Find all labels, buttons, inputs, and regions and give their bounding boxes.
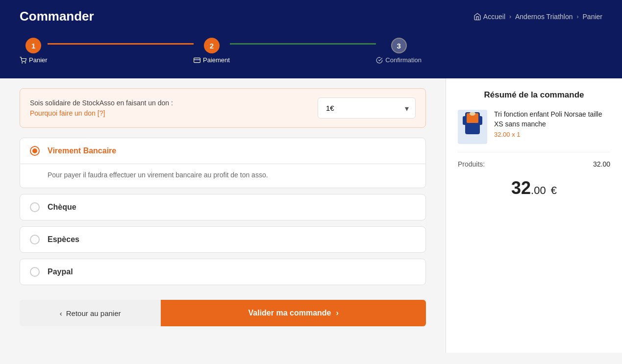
payment-option-paypal: Paypal	[20, 259, 426, 285]
home-icon	[473, 13, 481, 21]
donation-link-text[interactable]: Pourquoi faire un don	[30, 109, 96, 117]
step-3-circle: 3	[391, 38, 407, 53]
virement-label: Virement Bancaire	[48, 146, 116, 155]
page-title: Commander	[20, 9, 94, 24]
bottom-buttons: ‹ Retour au panier Valider ma commande ›	[20, 300, 426, 326]
main-layout: Sois solidaire de StockAsso en faisant u…	[0, 78, 622, 353]
step-2-number: 2	[210, 42, 214, 50]
breadcrumb: Accueil › Andernos Triathlon › Panier	[473, 13, 602, 21]
summary-title: Résumé de la commande	[458, 90, 610, 100]
subtotal-row: Produits: 32.00	[458, 160, 610, 168]
product-name: Tri fonction enfant Poli Norsae taille X…	[494, 110, 610, 129]
cheque-label: Chèque	[48, 203, 76, 212]
check-circle-icon	[376, 57, 383, 64]
donation-box: Sois solidaire de StockAsso en faisant u…	[20, 88, 426, 128]
total-display: 32.00 €	[458, 178, 610, 198]
breadcrumb-home: Accueil	[473, 13, 505, 21]
step-2: 2 Paiement	[194, 38, 230, 64]
breadcrumb-sep-1: ›	[509, 13, 511, 20]
total-currency: €	[551, 184, 557, 196]
donation-link-bracket[interactable]: [?]	[98, 109, 105, 117]
step-2-circle: 2	[204, 38, 220, 53]
breadcrumb-current: Panier	[583, 13, 602, 21]
step-3: 3 Confirmation	[376, 38, 422, 64]
payment-option-paypal-header[interactable]: Paypal	[20, 259, 425, 285]
payment-option-virement: Virement Bancaire Pour payer il faudra e…	[20, 138, 426, 188]
total-decimal: .00	[531, 184, 546, 196]
donation-main-text: Sois solidaire de StockAsso en faisant u…	[30, 99, 173, 107]
svg-rect-2	[194, 58, 200, 62]
payment-option-virement-header[interactable]: Virement Bancaire	[20, 138, 425, 164]
donation-select[interactable]: 0€ 1€ 2€ 5€ 10€	[318, 97, 416, 119]
validate-chevron-icon: ›	[336, 309, 338, 317]
svg-rect-6	[469, 123, 472, 134]
order-summary-sidebar: Résumé de la commande Tri fonction enfan…	[446, 78, 622, 353]
payment-option-especes: Espèces	[20, 226, 426, 253]
left-content: Sois solidaire de StockAsso en faisant u…	[0, 78, 446, 353]
validate-button[interactable]: Valider ma commande ›	[161, 300, 426, 326]
step-1-number: 1	[31, 42, 35, 50]
donation-text: Sois solidaire de StockAsso en faisant u…	[30, 98, 173, 119]
back-button-label: Retour au panier	[66, 309, 121, 317]
svg-rect-10	[478, 116, 482, 125]
svg-point-1	[25, 62, 25, 63]
payment-option-cheque-header[interactable]: Chèque	[20, 194, 425, 220]
back-chevron-icon: ‹	[60, 309, 62, 317]
product-image	[458, 110, 487, 144]
total-integer: 32	[511, 178, 531, 198]
paypal-label: Paypal	[48, 267, 73, 276]
radio-especes[interactable]	[30, 235, 40, 244]
radio-virement[interactable]	[30, 146, 40, 156]
payment-option-especes-header[interactable]: Espèces	[20, 227, 425, 252]
step-3-label: Confirmation	[376, 56, 422, 64]
header: Commander Accueil › Andernos Triathlon ›…	[0, 0, 622, 33]
product-qty: 1	[517, 131, 520, 138]
radio-virement-fill	[32, 148, 37, 153]
svg-rect-9	[463, 116, 467, 125]
donation-select-wrapper[interactable]: 0€ 1€ 2€ 5€ 10€ ▾	[318, 97, 416, 119]
svg-point-0	[22, 62, 23, 63]
product-price: 32.00 x 1	[494, 131, 610, 138]
subtotal-label: Produits:	[458, 160, 485, 168]
virement-description: Pour payer il faudra effectuer un vireme…	[20, 164, 425, 188]
step-1-label: Panier	[20, 56, 48, 64]
card-icon	[194, 57, 200, 64]
subtotal-value: 32.00	[593, 160, 610, 168]
connector-1-2	[48, 43, 194, 45]
product-thumbnail	[460, 112, 485, 142]
back-button[interactable]: ‹ Retour au panier	[20, 300, 161, 326]
breadcrumb-accueil[interactable]: Accueil	[483, 13, 505, 21]
radio-paypal[interactable]	[30, 267, 40, 277]
product-row: Tri fonction enfant Poli Norsae taille X…	[458, 110, 610, 152]
especes-label: Espèces	[48, 235, 79, 244]
step-1-circle: 1	[25, 38, 41, 53]
svg-rect-7	[473, 123, 476, 134]
step-1: 1 Panier	[20, 38, 48, 64]
cart-icon	[20, 57, 26, 64]
connector-2-3	[230, 43, 376, 45]
product-info: Tri fonction enfant Poli Norsae taille X…	[494, 110, 610, 138]
product-price-value: 32.00	[494, 131, 510, 138]
radio-cheque[interactable]	[30, 202, 40, 212]
validate-button-label: Valider ma commande	[249, 309, 331, 317]
stepper-wrapper: 1 Panier 2	[0, 33, 622, 78]
step-3-number: 3	[397, 42, 400, 50]
product-qty-separator: x	[512, 131, 517, 138]
breadcrumb-sep-2: ›	[577, 13, 579, 20]
breadcrumb-club[interactable]: Andernos Triathlon	[515, 13, 573, 21]
payment-option-cheque: Chèque	[20, 194, 426, 220]
step-2-label: Paiement	[194, 56, 230, 64]
